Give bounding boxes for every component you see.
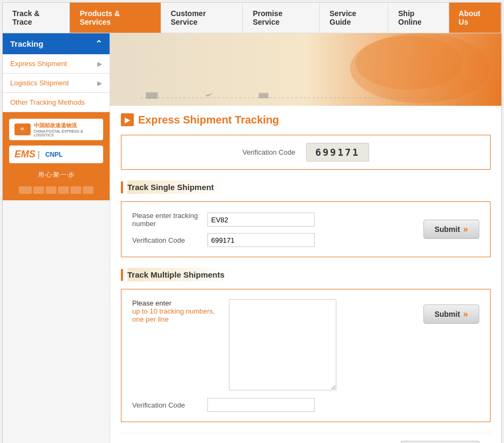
captcha-box: Verification Code 699171 [121,135,491,170]
brand-tagline-row: 用·心·聚·一·步 [38,169,74,181]
vehicle-icon-5 [70,186,81,194]
cnpl-label: CNPL [45,151,63,158]
brand-icons-row [19,186,93,194]
content-area: ▶ Express Shipment Tracking Verification… [110,106,501,443]
tracking-number-label: Please enter tracking number [132,212,202,228]
ems-logo: EMS | CNPL [9,146,103,163]
tracking-links-button[interactable]: Tracking Links » [401,441,480,443]
submit-arrows-icon: » [463,224,468,234]
nav-about-us[interactable]: About Us [449,3,501,33]
track-single-title: Track Single Shipment [127,180,222,194]
ems-label: EMS [15,149,35,160]
nav-track-trace[interactable]: Track & Trace [3,3,70,33]
hint-line3: one per line [132,315,169,323]
china-postal-logo: 中 中国邮政速递物流 CHINA POSTAL EXPRESS & LOGIST… [9,119,103,140]
track-single-bar [121,181,123,193]
verification-input-multiple[interactable] [207,398,315,412]
tracking-numbers-textarea[interactable] [229,299,336,390]
submit-multiple-button[interactable]: Submit » [423,304,479,324]
track-single-form: Please enter tracking number Verificatio… [121,201,491,257]
verification-input-single[interactable] [207,233,315,247]
title-arrow-icon: ▶ [121,113,134,126]
nav-promise-service[interactable]: Promise Service [243,3,320,33]
verification-label-multiple: Verification Code [132,401,202,409]
submit-single-button[interactable]: Submit » [423,220,479,239]
captcha-label: Verification Code [242,148,295,156]
track-multiple-hint: Please enter up to 10 tracking numbers, … [132,299,218,323]
captcha-image: 699171 [306,143,369,162]
sidebar-item-express-shipment[interactable]: Express Shipment ▶ [3,54,110,74]
sidebar-arrow-icon: ▶ [97,60,102,68]
sidebar-item-logistics-shipment[interactable]: Logistics Shipment ▶ [3,74,110,93]
multiple-verification-row: Verification Code [132,398,479,412]
sidebar-arrow-icon: ▶ [97,79,102,87]
postal-chinese-text: 中国邮政速递物流 [34,122,98,129]
hero-banner [110,33,501,106]
track-multiple-form: Please enter up to 10 tracking numbers, … [121,289,491,422]
track-multiple-title: Track Multiple Shipments [127,268,233,281]
sidebar-item-other-tracking[interactable]: Other Tracking Methods [3,93,110,112]
hint-line2: up to 10 tracking numbers, [132,307,215,315]
svg-rect-6 [259,93,269,98]
vehicle-icon-2 [33,186,44,194]
postal-english-text: CHINA POSTAL EXPRESS & LOGISTICS [34,129,98,137]
hint-line1: Please enter [132,299,171,307]
nav-service-guide[interactable]: Service Guide [320,3,388,33]
track-single-header: Track Single Shipment [121,180,491,194]
verification-label-single: Verification Code [132,236,202,244]
main-content: ▶ Express Shipment Tracking Verification… [110,33,501,443]
page-title: Express Shipment Tracking [138,114,279,126]
svg-rect-4 [146,92,158,99]
nav-customer-service[interactable]: Customer Service [161,3,243,33]
sidebar-collapse-icon[interactable]: ⌃ [95,39,102,49]
track-multiple-bar [121,269,123,281]
vehicle-icon-6 [83,186,93,194]
nav-products-services[interactable]: Products & Services [70,3,161,33]
sidebar-brand: 中 中国邮政速递物流 CHINA POSTAL EXPRESS & LOGIST… [3,112,110,200]
submit-multiple-arrows-icon: » [463,309,468,319]
postal-icon: 中 [15,124,31,135]
top-navigation: Track & Trace Products & Services Custom… [3,3,501,33]
svg-point-2 [356,36,463,90]
brand-tagline: 用·心·聚·一·步 [38,171,74,179]
tracking-number-row: Please enter tracking number [132,212,315,228]
page-title-row: ▶ Express Shipment Tracking [121,113,491,126]
tracking-number-input[interactable] [207,213,315,227]
verification-row: Verification Code [132,233,315,247]
sidebar-header-label: Tracking [10,39,44,48]
ems-tracking-section: EMS Tracking Section Tracking Links » [121,433,491,443]
nav-ship-online[interactable]: Ship Online [388,3,449,33]
vehicle-icon-4 [58,186,69,194]
sidebar-header: Tracking ⌃ [3,33,110,54]
sidebar: Tracking ⌃ Express Shipment ▶ Logistics … [3,33,110,443]
vehicle-icon-3 [46,186,56,194]
track-multiple-header: Track Multiple Shipments [121,268,491,281]
vehicle-icon-1 [19,186,32,194]
